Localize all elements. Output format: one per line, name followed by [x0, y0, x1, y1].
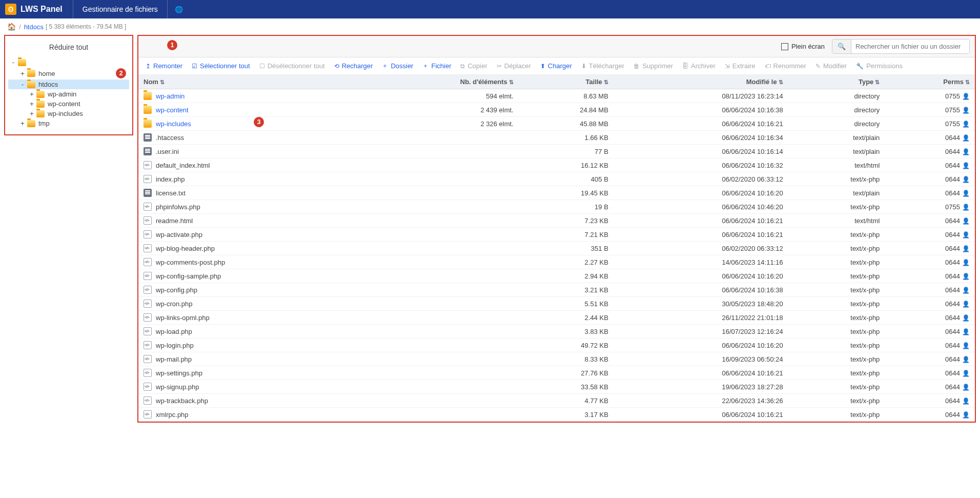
cell-items — [363, 214, 518, 228]
cell-type: text/plain — [788, 131, 885, 145]
table-row[interactable]: index.php405 B06/02/2020 06:33:12text/x-… — [138, 172, 975, 186]
file-link[interactable]: wp-content — [156, 106, 189, 114]
table-row[interactable]: wp-signup.php33.58 KB19/06/2023 18:27:28… — [138, 380, 975, 394]
tree-item[interactable]: - — [8, 57, 129, 67]
table-row[interactable]: license.txt19.45 KB06/06/2024 10:16:20te… — [138, 186, 975, 200]
tree-expand-icon[interactable]: - — [10, 58, 16, 66]
user-icon: 👤 — [962, 384, 970, 391]
search-icon[interactable]: 🔍 — [832, 39, 851, 53]
tree-item[interactable]: +home2 — [8, 67, 129, 79]
table-row[interactable]: wp-load.php3.83 KB16/07/2023 12:16:24tex… — [138, 325, 975, 338]
cell-modified: 06/06/2024 10:16:20 — [614, 186, 788, 200]
table-row[interactable]: wp-mail.php8.33 KB16/09/2023 06:50:24tex… — [138, 352, 975, 366]
cell-modified: 06/06/2024 10:16:21 — [614, 228, 788, 242]
table-row[interactable]: wp-comments-post.php2.27 KB14/06/2023 14… — [138, 255, 975, 269]
tree-item[interactable]: +wp-includes — [8, 109, 129, 118]
col-modified[interactable]: Modifié le⇅ — [614, 75, 788, 89]
tree-item[interactable]: +wp-content — [8, 99, 129, 109]
col-perms[interactable]: Perms⇅ — [885, 75, 975, 89]
edit-button[interactable]: ✎Modifier — [811, 60, 851, 72]
cell-perms: 0644👤 — [885, 255, 975, 269]
permissions-button[interactable]: 🔧Permissions — [852, 60, 907, 72]
table-row[interactable]: wp-login.php49.72 KB06/06/2024 10:16:20t… — [138, 338, 975, 352]
cell-items — [363, 394, 518, 408]
download-button[interactable]: ⬇Télécharger — [577, 60, 628, 72]
table-row[interactable]: wp-admin594 elmt.8.63 MB08/11/2023 16:23… — [138, 89, 975, 103]
tree-expand-icon[interactable]: + — [29, 110, 35, 117]
upload-button[interactable]: ⬆Charger — [536, 60, 576, 72]
up-button[interactable]: ↥Remonter — [141, 60, 187, 72]
new-folder-button[interactable]: ＋Dossier — [378, 59, 417, 72]
table-row[interactable]: wp-trackback.php4.77 KB22/06/2023 14:36:… — [138, 394, 975, 408]
folder-icon — [36, 91, 45, 98]
tree-expand-icon[interactable]: + — [29, 100, 35, 108]
col-name[interactable]: Nom⇅ — [138, 75, 363, 89]
table-row[interactable]: wp-config.php3.21 KB06/06/2024 10:16:38t… — [138, 283, 975, 297]
annotation-badge-1: 1 — [167, 40, 177, 50]
cell-size: 4.77 KB — [519, 394, 614, 408]
search-input[interactable] — [851, 39, 969, 53]
table-row[interactable]: readme.html7.23 KB06/06/2024 10:16:21tex… — [138, 214, 975, 228]
tree-label: wp-content — [48, 100, 80, 108]
tree-expand-icon[interactable]: - — [19, 81, 26, 88]
table-row[interactable]: phpinfolws.php19 B06/06/2024 10:46:20tex… — [138, 200, 975, 214]
table-row[interactable]: wp-includes2 326 elmt.45.88 MB06/06/2024… — [138, 117, 975, 131]
user-icon: 👤 — [962, 204, 970, 211]
cell-items — [363, 200, 518, 214]
sort-icon: ⇅ — [160, 79, 165, 85]
archive-button[interactable]: 🗄Archiver — [678, 60, 720, 72]
tree-item[interactable]: -htdocs — [8, 79, 129, 89]
fullscreen-button[interactable]: Plein écran — [781, 43, 825, 50]
table-row[interactable]: .htaccess1.66 KB06/06/2024 10:16:34text/… — [138, 131, 975, 145]
table-row[interactable]: wp-cron.php5.51 KB30/05/2023 18:48:20tex… — [138, 297, 975, 311]
home-icon[interactable]: 🏠 — [7, 23, 16, 31]
cell-perms: 0644👤 — [885, 283, 975, 297]
cell-modified: 06/06/2024 10:16:32 — [614, 158, 788, 172]
new-file-button[interactable]: ＋Fichier — [418, 59, 455, 72]
toolbar: ↥Remonter ☑Sélectionner tout ☐Désélectio… — [138, 57, 975, 75]
deselect-all-button[interactable]: ☐Désélectionner tout — [255, 60, 329, 72]
table-row[interactable]: wp-settings.php27.76 KB06/06/2024 10:16:… — [138, 366, 975, 380]
select-all-button[interactable]: ☑Sélectionner tout — [188, 60, 254, 72]
breadcrumb: 🏠 / htdocs [ 5 383 éléments - 79.54 MB ] — [0, 18, 980, 35]
sort-icon: ⇅ — [509, 79, 514, 85]
table-row[interactable]: .user.ini77 B06/06/2024 10:16:14text/pla… — [138, 145, 975, 158]
globe-icon[interactable]: 🌐 — [175, 6, 183, 13]
user-icon: 👤 — [962, 397, 970, 405]
user-icon: 👤 — [962, 217, 970, 225]
cell-modified: 06/06/2024 10:16:38 — [614, 283, 788, 297]
col-items[interactable]: Nb. d'éléments⇅ — [363, 75, 518, 89]
move-button[interactable]: ✂Déplacer — [493, 60, 535, 72]
tree-expand-icon[interactable]: + — [29, 90, 35, 98]
table-row[interactable]: xmlrpc.php3.17 KB06/06/2024 10:16:21text… — [138, 408, 975, 422]
table-row[interactable]: wp-activate.php7.21 KB06/06/2024 10:16:2… — [138, 228, 975, 242]
col-size[interactable]: Taille⇅ — [519, 75, 614, 89]
tree-expand-icon[interactable]: + — [19, 119, 26, 127]
cell-type: text/x-php — [788, 338, 885, 352]
table-row[interactable]: wp-content2 439 elmt.24.84 MB06/06/2024 … — [138, 103, 975, 117]
file-link[interactable]: wp-admin — [156, 92, 185, 100]
cell-size: 24.84 MB — [519, 103, 614, 117]
col-type[interactable]: Type⇅ — [788, 75, 885, 89]
table-row[interactable]: default_index.html16.12 KB06/06/2024 10:… — [138, 158, 975, 172]
breadcrumb-current[interactable]: htdocs — [24, 23, 44, 31]
file-link[interactable]: wp-includes — [156, 120, 191, 128]
copy-button[interactable]: ⧉Copier — [456, 60, 491, 72]
rename-button[interactable]: 🏷Renommer — [761, 60, 810, 72]
table-row[interactable]: wp-links-opml.php2.44 KB26/11/2022 21:01… — [138, 311, 975, 325]
tree-expand-icon[interactable]: + — [19, 70, 26, 77]
cell-perms: 0644👤 — [885, 408, 975, 422]
reload-button[interactable]: ⟲Recharger — [330, 60, 377, 72]
cell-perms: 0644👤 — [885, 325, 975, 338]
tree-item[interactable]: +wp-admin — [8, 89, 129, 99]
collapse-all-button[interactable]: Réduire tout — [8, 39, 129, 57]
cell-type: directory — [788, 89, 885, 103]
move-icon: ✂ — [497, 63, 502, 70]
cell-type: text/plain — [788, 145, 885, 158]
cell-size: 2.44 KB — [519, 311, 614, 325]
delete-button[interactable]: 🗑Supprimer — [629, 60, 677, 72]
table-row[interactable]: wp-config-sample.php2.94 KB06/06/2024 10… — [138, 269, 975, 283]
extract-button[interactable]: ⇲Extraire — [721, 60, 760, 72]
tree-item[interactable]: +tmp — [8, 118, 129, 128]
table-row[interactable]: wp-blog-header.php351 B06/02/2020 06:33:… — [138, 242, 975, 255]
